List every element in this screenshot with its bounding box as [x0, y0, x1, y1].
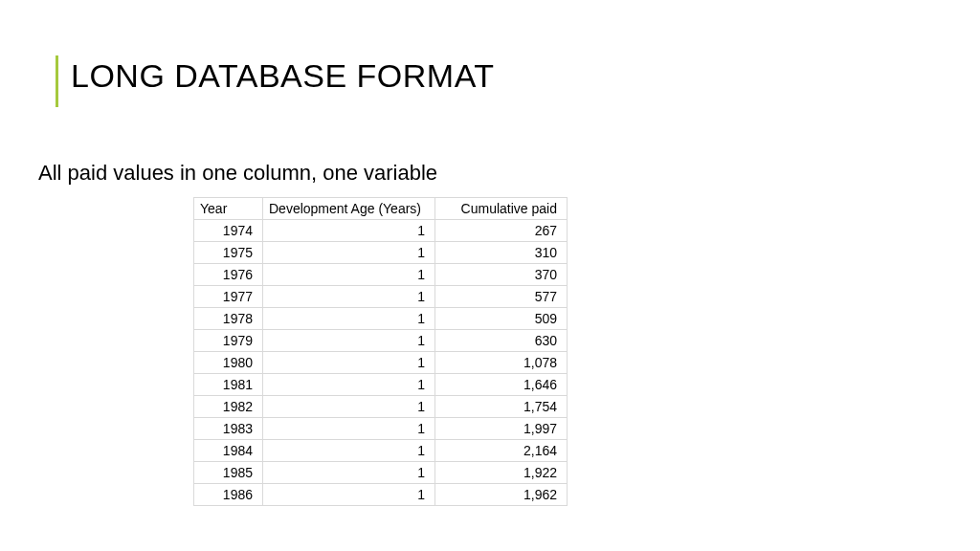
- cell-year: 1980: [194, 352, 263, 374]
- cell-cumulative-paid: 310: [435, 242, 568, 264]
- table-row: 198611,962: [194, 484, 568, 506]
- cell-cumulative-paid: 267: [435, 220, 568, 242]
- cell-cumulative-paid: 1,646: [435, 374, 568, 396]
- table-row: 19761370: [194, 264, 568, 286]
- page-subtitle: All paid values in one column, one varia…: [38, 161, 437, 186]
- header-development-age: Development Age (Years): [263, 198, 435, 220]
- cell-cumulative-paid: 630: [435, 330, 568, 352]
- data-table: Year Development Age (Years) Cumulative …: [193, 197, 568, 506]
- cell-year: 1983: [194, 418, 263, 440]
- cell-year: 1982: [194, 396, 263, 418]
- table-row: 198311,997: [194, 418, 568, 440]
- cell-cumulative-paid: 1,922: [435, 462, 568, 484]
- cell-development-age: 1: [263, 462, 435, 484]
- cell-year: 1977: [194, 286, 263, 308]
- cell-development-age: 1: [263, 220, 435, 242]
- cell-development-age: 1: [263, 440, 435, 462]
- cell-development-age: 1: [263, 374, 435, 396]
- cell-year: 1985: [194, 462, 263, 484]
- cell-cumulative-paid: 1,078: [435, 352, 568, 374]
- table-row: 19791630: [194, 330, 568, 352]
- header-year: Year: [194, 198, 263, 220]
- cell-year: 1974: [194, 220, 263, 242]
- cell-development-age: 1: [263, 242, 435, 264]
- table-row: 19781509: [194, 308, 568, 330]
- cell-development-age: 1: [263, 484, 435, 506]
- data-table-wrap: Year Development Age (Years) Cumulative …: [193, 197, 568, 506]
- cell-development-age: 1: [263, 352, 435, 374]
- cell-development-age: 1: [263, 286, 435, 308]
- cell-year: 1975: [194, 242, 263, 264]
- cell-cumulative-paid: 370: [435, 264, 568, 286]
- cell-development-age: 1: [263, 418, 435, 440]
- cell-cumulative-paid: 1,754: [435, 396, 568, 418]
- cell-cumulative-paid: 509: [435, 308, 568, 330]
- cell-cumulative-paid: 1,997: [435, 418, 568, 440]
- table-row: 198111,646: [194, 374, 568, 396]
- cell-development-age: 1: [263, 396, 435, 418]
- cell-development-age: 1: [263, 330, 435, 352]
- page-title: LONG DATABASE FORMAT: [71, 57, 495, 95]
- table-row: 198511,922: [194, 462, 568, 484]
- table-row: 19751310: [194, 242, 568, 264]
- table-row: 198211,754: [194, 396, 568, 418]
- header-cumulative-paid: Cumulative paid: [435, 198, 568, 220]
- table-header-row: Year Development Age (Years) Cumulative …: [194, 198, 568, 220]
- table-row: 198412,164: [194, 440, 568, 462]
- table-row: 19771577: [194, 286, 568, 308]
- table-row: 198011,078: [194, 352, 568, 374]
- cell-year: 1976: [194, 264, 263, 286]
- cell-year: 1984: [194, 440, 263, 462]
- title-accent-bar: [56, 55, 58, 107]
- cell-cumulative-paid: 1,962: [435, 484, 568, 506]
- cell-year: 1981: [194, 374, 263, 396]
- cell-cumulative-paid: 577: [435, 286, 568, 308]
- cell-year: 1978: [194, 308, 263, 330]
- table-row: 19741267: [194, 220, 568, 242]
- cell-development-age: 1: [263, 264, 435, 286]
- cell-development-age: 1: [263, 308, 435, 330]
- cell-cumulative-paid: 2,164: [435, 440, 568, 462]
- cell-year: 1979: [194, 330, 263, 352]
- cell-year: 1986: [194, 484, 263, 506]
